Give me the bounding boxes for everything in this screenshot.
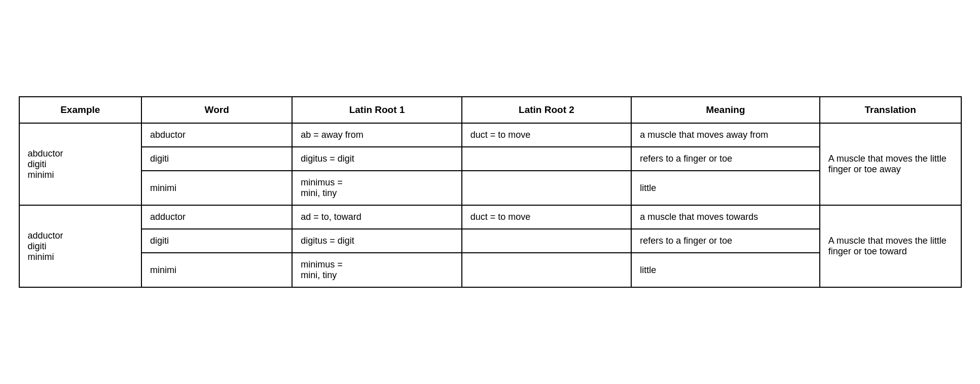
meaning-cell: little: [631, 253, 820, 287]
latin-roots-table: Example Word Latin Root 1 Latin Root 2 M…: [19, 96, 962, 288]
latin2-cell: [462, 229, 631, 253]
word-cell: digiti: [141, 229, 292, 253]
meaning-cell: a muscle that moves away from: [631, 123, 820, 147]
latin2-cell: [462, 147, 631, 171]
header-translation: Translation: [820, 97, 961, 123]
latin1-cell: ad = to, toward: [292, 205, 461, 229]
latin2-cell: [462, 171, 631, 205]
header-latin2: Latin Root 2: [462, 97, 631, 123]
table-row: adductor digiti minimiadductorad = to, t…: [19, 205, 961, 229]
latin1-cell: digitus = digit: [292, 147, 461, 171]
word-cell: minimi: [141, 253, 292, 287]
table-row: abductor digiti minimiabductorab = away …: [19, 123, 961, 147]
header-row: Example Word Latin Root 1 Latin Root 2 M…: [19, 97, 961, 123]
latin1-cell: digitus = digit: [292, 229, 461, 253]
header-meaning: Meaning: [631, 97, 820, 123]
translation-cell: A muscle that moves the little finger or…: [820, 205, 961, 287]
header-example: Example: [19, 97, 142, 123]
meaning-cell: refers to a finger or toe: [631, 229, 820, 253]
latin1-cell: minimus = mini, tiny: [292, 253, 461, 287]
word-cell: digiti: [141, 147, 292, 171]
example-cell: adductor digiti minimi: [19, 205, 142, 287]
word-cell: adductor: [141, 205, 292, 229]
latin1-cell: ab = away from: [292, 123, 461, 147]
word-cell: abductor: [141, 123, 292, 147]
latin2-cell: duct = to move: [462, 205, 631, 229]
translation-cell: A muscle that moves the little finger or…: [820, 123, 961, 205]
word-cell: minimi: [141, 171, 292, 205]
latin1-cell: minimus = mini, tiny: [292, 171, 461, 205]
header-word: Word: [141, 97, 292, 123]
meaning-cell: refers to a finger or toe: [631, 147, 820, 171]
main-container: Example Word Latin Root 1 Latin Root 2 M…: [19, 96, 962, 288]
meaning-cell: little: [631, 171, 820, 205]
header-latin1: Latin Root 1: [292, 97, 461, 123]
meaning-cell: a muscle that moves towards: [631, 205, 820, 229]
latin2-cell: [462, 253, 631, 287]
latin2-cell: duct = to move: [462, 123, 631, 147]
example-cell: abductor digiti minimi: [19, 123, 142, 205]
